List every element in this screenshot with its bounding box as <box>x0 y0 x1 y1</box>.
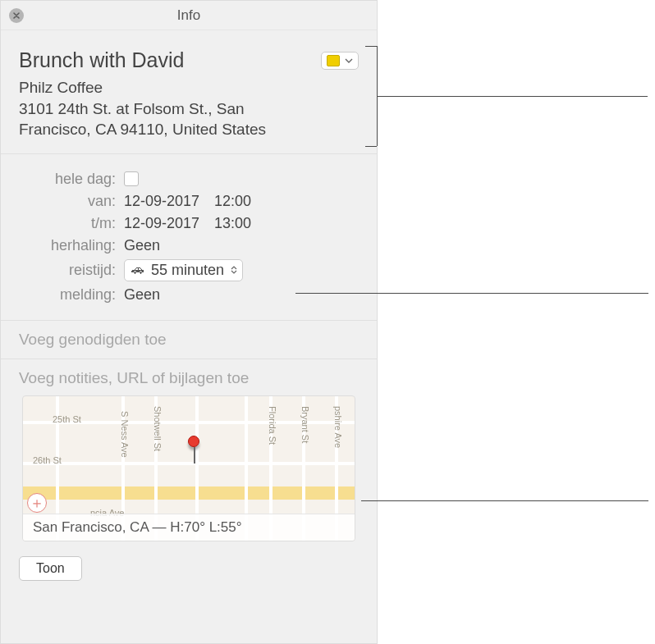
repeat-value[interactable]: Geen <box>124 237 160 254</box>
location-address-line2: Francisco, CA 94110, United States <box>19 119 359 140</box>
travel-label: reistijd: <box>19 262 124 279</box>
to-label: t/m: <box>19 215 124 232</box>
car-icon: 🚗︎ <box>131 263 144 277</box>
to-date[interactable]: 12-09-2017 <box>124 215 199 232</box>
street-label: Bryant St <box>300 406 310 443</box>
map-preview[interactable]: 25th St 26th St ncia Ave S Ness Ave Shot… <box>22 395 355 541</box>
street-label: 25th St <box>53 414 81 424</box>
street-label: pshire Ave <box>333 406 343 448</box>
alert-value[interactable]: Geen <box>124 286 160 304</box>
street-label: 26th St <box>33 455 62 465</box>
repeat-label: herhaling: <box>19 237 124 254</box>
notes-field[interactable]: Voeg notities, URL of bijlagen toe <box>19 369 359 387</box>
map-pin-icon <box>188 436 199 447</box>
calendar-color-swatch <box>327 55 340 66</box>
callout-line <box>365 146 377 147</box>
callout-line <box>377 96 648 97</box>
from-label: van: <box>19 193 124 210</box>
allday-label: hele dag: <box>19 171 124 188</box>
invitees-field[interactable]: Voeg genodigden toe <box>1 321 377 359</box>
location-name[interactable]: Philz Coffee <box>19 77 359 98</box>
map-weather-footer: San Francisco, CA — H:70° L:55° <box>23 514 355 541</box>
callout-line <box>361 500 648 501</box>
window-title: Info <box>1 7 377 24</box>
travel-time-dropdown[interactable]: 🚗︎ 55 minuten <box>124 259 243 281</box>
street-label: Florida St <box>268 406 277 445</box>
travel-value: 55 minuten <box>151 262 224 279</box>
event-details: hele dag: van: 12-09-2017 12:00 t/m: 12-… <box>1 154 377 321</box>
add-location-button[interactable]: ＋ <box>27 493 47 513</box>
callout-line <box>365 46 377 47</box>
to-time[interactable]: 13:00 <box>214 215 251 232</box>
from-time[interactable]: 12:00 <box>214 193 251 210</box>
calendar-picker[interactable] <box>321 52 359 70</box>
street-label: S Ness Ave <box>120 411 130 458</box>
show-button[interactable]: Toon <box>19 556 82 581</box>
info-panel: Info Brunch with David Philz Coffee 3101… <box>0 0 378 644</box>
event-title[interactable]: Brunch with David <box>19 48 184 72</box>
street-label: Shotwell St <box>153 406 163 451</box>
close-button[interactable] <box>9 8 24 23</box>
chevron-down-icon <box>345 58 353 63</box>
callout-line <box>295 293 648 294</box>
location-address-line1: 3101 24th St. at Folsom St., San <box>19 98 359 120</box>
notes-section: Voeg notities, URL of bijlagen toe 25th … <box>1 359 377 541</box>
stepper-icon <box>231 266 237 274</box>
event-header: Brunch with David Philz Coffee 3101 24th… <box>1 30 377 154</box>
titlebar: Info <box>1 1 377 30</box>
allday-checkbox[interactable] <box>124 171 139 186</box>
alert-label: melding: <box>19 286 124 304</box>
from-date[interactable]: 12-09-2017 <box>124 193 199 210</box>
